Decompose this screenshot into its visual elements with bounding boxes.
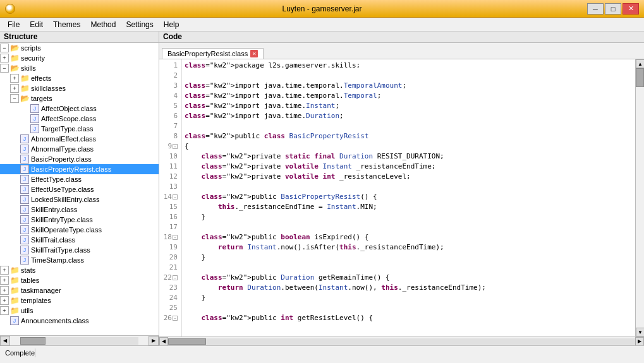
tree-label: skills — [21, 64, 36, 72]
file-icon: J — [20, 175, 29, 184]
tree-item-tables[interactable]: +📁tables — [0, 275, 159, 285]
collapse-marker[interactable]: − — [173, 316, 178, 321]
code-hscroll[interactable]: ◀ ▶ — [159, 336, 644, 345]
scroll-right-arrow[interactable]: ▶ — [149, 336, 159, 346]
expand-btn[interactable]: + — [0, 276, 9, 285]
collapse-marker[interactable]: − — [173, 144, 178, 149]
status-divider — [35, 348, 35, 357]
right-vscroll[interactable]: ▲ ▼ — [635, 59, 644, 336]
tree-item-AffectObject[interactable]: JAffectObject.class — [0, 104, 159, 114]
file-icon: J — [30, 114, 39, 123]
menu-item-edit[interactable]: Edit — [25, 19, 48, 30]
tree-item-AbnormalEffect[interactable]: JAbnormalEffect.class — [0, 134, 159, 144]
structure-header: Structure — [0, 32, 159, 42]
tree-item-templates[interactable]: +📁templates — [0, 295, 159, 306]
maximize-button[interactable]: □ — [605, 3, 621, 15]
folder-icon: 📁 — [10, 54, 19, 62]
file-icon: J — [20, 165, 29, 174]
hscroll-track[interactable] — [168, 338, 635, 345]
h-scrollbar-track[interactable] — [20, 337, 138, 345]
hscroll-thumb[interactable] — [168, 338, 206, 345]
line-number-26: 26− — [159, 313, 181, 323]
hscroll-right-arrow[interactable]: ▶ — [635, 337, 644, 346]
minimize-button[interactable]: ─ — [587, 3, 604, 15]
menu-item-file[interactable]: File — [3, 19, 25, 30]
expand-btn[interactable]: + — [0, 286, 9, 295]
expand-btn[interactable]: + — [0, 266, 9, 275]
tree-item-targets[interactable]: −📂targets — [0, 93, 159, 104]
code-line-1: class="kw2">package l2s.gameserver.skill… — [185, 61, 633, 71]
tree-item-security[interactable]: +📁security — [0, 53, 159, 63]
tree-item-SkillEntry[interactable]: JSkillEntry.class — [0, 205, 159, 215]
file-icon: J — [30, 124, 39, 133]
tree-item-effects[interactable]: +📁effects — [0, 73, 159, 83]
collapse-marker[interactable]: − — [173, 194, 178, 199]
tree-item-EffectUseType[interactable]: JEffectUseType.class — [0, 184, 159, 194]
file-icon: J — [20, 134, 29, 143]
collapse-marker[interactable]: − — [173, 235, 178, 240]
line-number-11: 11 — [159, 162, 181, 172]
tree-item-TargetType[interactable]: JTargetType.class — [0, 124, 159, 134]
tree-item-TimeStamp[interactable]: JTimeStamp.class — [0, 255, 159, 265]
code-line-13 — [185, 182, 633, 192]
menu-item-settings[interactable]: Settings — [121, 19, 158, 30]
code-content[interactable]: class="kw2">package l2s.gameserver.skill… — [182, 59, 635, 336]
tree-item-SkillTrait[interactable]: JSkillTrait.class — [0, 235, 159, 245]
line-number-13: 13 — [159, 182, 181, 192]
file-tree[interactable]: −📂scripts+📁security−📂skills+📁effects+📁sk… — [0, 43, 159, 335]
vscroll-thumb[interactable] — [636, 68, 644, 87]
vscroll-track[interactable] — [636, 68, 644, 328]
collapse-btn[interactable]: − — [0, 64, 9, 73]
tab-bar: BasicPropertyResist.class ✕ — [159, 43, 644, 59]
tab-close-button[interactable]: ✕ — [250, 50, 258, 57]
title-bar: Luyten - gameserver.jar ─ □ ✕ — [0, 0, 644, 18]
menu-item-themes[interactable]: Themes — [48, 19, 85, 30]
line-number-18: 18− — [159, 232, 181, 242]
tree-item-BasicPropertyResist[interactable]: JBasicPropertyResist.class — [0, 164, 159, 174]
tree-item-EffectType[interactable]: JEffectType.class — [0, 174, 159, 184]
tree-label: TimeStamp.class — [31, 256, 84, 264]
expand-btn[interactable]: + — [0, 306, 9, 315]
tree-item-scripts[interactable]: −📂scripts — [0, 43, 159, 53]
code-line-10: class="kw2">private static final Duratio… — [185, 152, 633, 162]
right-panel: BasicPropertyResist.class ✕ 123456789−10… — [159, 43, 644, 345]
collapse-marker[interactable]: − — [173, 275, 178, 280]
close-button[interactable]: ✕ — [623, 3, 639, 15]
vscroll-down-arrow[interactable]: ▼ — [636, 328, 644, 336]
vscroll-up-arrow[interactable]: ▲ — [636, 59, 644, 68]
line-number-10: 10 — [159, 152, 181, 162]
tree-item-Announcements[interactable]: JAnnouncements.class — [0, 316, 159, 326]
tree-item-utils[interactable]: +📁utils — [0, 306, 159, 316]
line-number-24: 24 — [159, 293, 181, 303]
menu-item-help[interactable]: Help — [159, 19, 185, 30]
tree-item-SkillOperateType[interactable]: JSkillOperateType.class — [0, 225, 159, 235]
hscroll-left-arrow[interactable]: ◀ — [159, 337, 168, 346]
tree-item-SkillTraitType[interactable]: JSkillTraitType.class — [0, 245, 159, 255]
tree-item-stats[interactable]: +📁stats — [0, 265, 159, 275]
h-scrollbar-thumb[interactable] — [20, 337, 46, 345]
tree-item-LockedSkillEntry[interactable]: JLockedSkillEntry.class — [0, 194, 159, 205]
tree-item-taskmanager[interactable]: +📁taskmanager — [0, 285, 159, 295]
code-line-24: } — [185, 293, 633, 303]
code-line-23: return Duration.between(Instant.now(), t… — [185, 283, 633, 293]
tree-item-skillclasses[interactable]: +📁skillclasses — [0, 83, 159, 93]
expand-btn[interactable]: + — [0, 54, 9, 62]
file-icon: J — [20, 225, 29, 234]
code-line-7 — [185, 121, 633, 131]
tree-item-SkillEntryType[interactable]: JSkillEntryType.class — [0, 215, 159, 225]
collapse-btn[interactable]: − — [10, 94, 19, 103]
expand-btn[interactable]: + — [10, 74, 19, 83]
collapse-btn[interactable]: − — [0, 44, 9, 52]
tree-item-BasicProperty[interactable]: JBasicProperty.class — [0, 154, 159, 164]
expand-btn[interactable]: + — [10, 84, 19, 93]
tree-label: LockedSkillEntry.class — [31, 196, 100, 203]
menu-item-method[interactable]: Method — [85, 19, 121, 30]
tree-item-skills[interactable]: −📂skills — [0, 63, 159, 73]
expand-btn[interactable]: + — [0, 296, 9, 305]
tree-item-AffectScope[interactable]: JAffectScope.class — [0, 114, 159, 124]
tree-item-AbnormalType[interactable]: JAbnormalType.class — [0, 144, 159, 154]
code-tab[interactable]: BasicPropertyResist.class ✕ — [162, 48, 264, 59]
scroll-left-arrow[interactable]: ◀ — [0, 336, 10, 346]
tree-label: security — [21, 54, 45, 62]
folder-icon: 📁 — [10, 306, 19, 315]
